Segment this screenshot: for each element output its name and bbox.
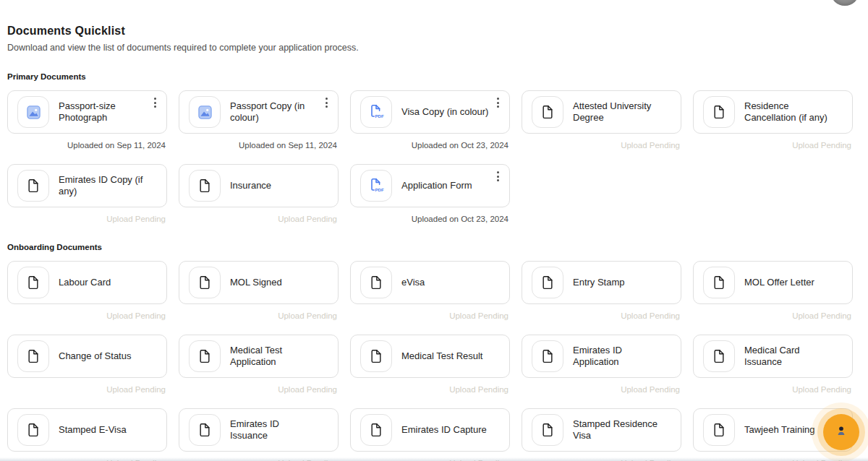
document-card[interactable]: Medical Test Application — [179, 335, 339, 378]
document-card-cell: eVisaUpload Pending — [350, 261, 510, 320]
document-card-cell: Stamped Residence VisaUpload Pending — [522, 408, 681, 461]
upload-status: Upload Pending — [522, 385, 681, 394]
svg-text:PDF: PDF — [375, 188, 384, 192]
upload-status: Uploaded on Sep 11, 2024 — [179, 141, 339, 150]
document-card-cell: Entry StampUpload Pending — [522, 261, 681, 320]
kebab-menu-icon[interactable] — [493, 96, 503, 109]
upload-status: Upload Pending — [179, 215, 339, 223]
kebab-menu-icon[interactable] — [321, 96, 331, 109]
doc-icon — [17, 414, 49, 446]
document-label: Change of Status — [59, 350, 131, 362]
upload-status: Upload Pending — [522, 141, 681, 150]
doc-icon — [703, 267, 735, 298]
upload-status: Upload Pending — [7, 311, 167, 320]
document-card-cell: Medical Card IssuanceUpload Pending — [693, 335, 853, 394]
doc-icon — [17, 340, 49, 372]
document-card[interactable]: Emirates ID Capture — [350, 408, 510, 452]
document-card[interactable]: MOL Offer Letter — [693, 261, 853, 304]
document-label: Entry Stamp — [573, 277, 625, 288]
document-card-cell: Emirates ID Copy (if any)Upload Pending — [7, 164, 167, 223]
upload-status: Upload Pending — [7, 215, 167, 223]
document-label: Residence Cancellation (if any) — [744, 100, 833, 124]
upload-status: Upload Pending — [693, 385, 853, 394]
document-card[interactable]: Residence Cancellation (if any) — [693, 90, 853, 134]
document-card[interactable]: Stamped Residence Visa — [522, 408, 681, 452]
pdf-icon: PDF — [360, 96, 392, 128]
document-card-cell: Medical Test ResultUpload Pending — [350, 335, 510, 394]
documents-quicklist-page: Documents Quicklist Download and view th… — [0, 0, 868, 461]
document-card-cell: Change of StatusUpload Pending — [7, 335, 167, 394]
document-label: Medical Test Result — [401, 350, 482, 362]
document-label: Emirates ID Copy (if any) — [59, 174, 148, 198]
document-card[interactable]: eVisa — [350, 261, 510, 304]
section-heading: Primary Documents — [7, 72, 853, 81]
kebab-menu-icon[interactable] — [493, 170, 503, 183]
document-label: MOL Offer Letter — [744, 277, 814, 288]
document-card[interactable]: Stamped E-Visa — [7, 408, 167, 452]
doc-icon — [360, 340, 392, 372]
document-card[interactable]: Passport Copy (in colour) — [179, 90, 339, 134]
document-card[interactable]: Medical Card Issuance — [693, 335, 853, 378]
document-label: Medical Card Issuance — [744, 345, 833, 369]
document-card-cell: MOL SignedUpload Pending — [179, 261, 339, 320]
document-card[interactable]: Emirates ID Issuance — [179, 408, 339, 452]
doc-icon — [703, 96, 735, 128]
document-card-cell: Stamped E-VisaUpload Pending — [7, 408, 167, 461]
document-card-cell: Emirates ID CaptureUpload Pending — [350, 408, 510, 461]
doc-icon — [532, 340, 563, 372]
document-card[interactable]: Change of Status — [7, 335, 167, 378]
document-label: eVisa — [401, 277, 425, 288]
doc-icon — [360, 267, 392, 298]
document-card-cell: Labour CardUpload Pending — [7, 261, 167, 320]
document-label: Stamped E-Visa — [59, 424, 127, 436]
upload-status: Upload Pending — [179, 311, 339, 320]
document-label: Labour Card — [59, 277, 111, 288]
document-card[interactable]: PDF Visa Copy (in colour) — [350, 90, 510, 134]
support-chat-button[interactable] — [823, 414, 859, 450]
cards-grid: Passport-size PhotographUploaded on Sep … — [7, 90, 853, 223]
document-card[interactable]: Attested University Degree — [522, 90, 681, 134]
upload-status: Upload Pending — [350, 385, 510, 394]
cards-grid: Labour CardUpload Pending MOL SignedUplo… — [7, 261, 853, 461]
doc-icon — [532, 96, 563, 128]
document-card-cell: PDF Visa Copy (in colour)Uploaded on Oct… — [350, 90, 510, 150]
document-card[interactable]: PDF Application Form — [350, 164, 510, 207]
upload-status: Upload Pending — [7, 385, 167, 394]
page-title: Documents Quicklist — [7, 25, 853, 38]
section-heading: Onboarding Documents — [7, 243, 853, 251]
document-label: Application Form — [401, 180, 472, 191]
document-card-cell: Passport Copy (in colour)Uploaded on Sep… — [179, 90, 339, 150]
document-card[interactable]: Emirates ID Copy (if any) — [7, 164, 167, 207]
doc-icon — [189, 170, 221, 202]
doc-icon — [17, 170, 49, 202]
upload-status: Upload Pending — [350, 311, 510, 320]
doc-icon — [703, 414, 735, 446]
document-card-cell: Attested University DegreeUpload Pending — [522, 90, 681, 150]
document-card[interactable]: MOL Signed — [179, 261, 339, 304]
document-card-cell: Medical Test ApplicationUpload Pending — [179, 335, 339, 394]
upload-status: Upload Pending — [693, 311, 853, 320]
document-card[interactable]: Passport-size Photograph — [7, 90, 167, 134]
document-card-cell: Emirates ID IssuanceUpload Pending — [179, 408, 339, 461]
document-card[interactable]: Entry Stamp — [522, 261, 681, 304]
document-card-cell: MOL Offer LetterUpload Pending — [693, 261, 853, 320]
document-label: Insurance — [230, 180, 271, 191]
document-label: MOL Signed — [230, 277, 282, 288]
kebab-menu-icon[interactable] — [150, 96, 160, 109]
document-card-cell: Residence Cancellation (if any)Upload Pe… — [693, 90, 853, 150]
document-label: Emirates ID Capture — [401, 424, 487, 436]
document-card[interactable]: Medical Test Result — [350, 335, 510, 378]
document-card[interactable]: Insurance — [179, 164, 339, 207]
document-sections: Primary Documents Passport-size Photogra… — [7, 72, 853, 461]
upload-status: Uploaded on Oct 23, 2024 — [350, 215, 510, 223]
upload-status: Upload Pending — [179, 385, 339, 394]
svg-text:PDF: PDF — [375, 114, 384, 119]
doc-icon — [189, 340, 221, 372]
document-card-cell: Emirates ID ApplicationUpload Pending — [522, 335, 681, 394]
document-card[interactable]: Labour Card — [7, 261, 167, 304]
image-icon — [189, 96, 221, 128]
upload-status: Upload Pending — [522, 311, 681, 320]
document-card-cell: InsuranceUpload Pending — [179, 164, 339, 223]
document-card[interactable]: Emirates ID Application — [522, 335, 681, 378]
document-label: Passport Copy (in colour) — [230, 100, 319, 124]
